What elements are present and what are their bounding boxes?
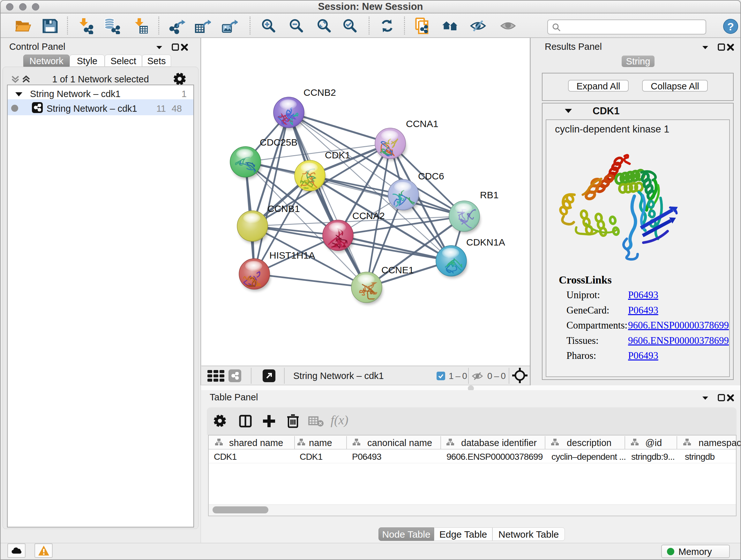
- svg-text:CCNA1: CCNA1: [406, 118, 439, 129]
- svg-text:CCNB1: CCNB1: [267, 203, 300, 214]
- svg-text:CCNB2: CCNB2: [304, 87, 336, 98]
- svg-text:CCNE1: CCNE1: [381, 265, 414, 275]
- svg-text:CDC6: CDC6: [418, 171, 444, 181]
- svg-text:RB1: RB1: [480, 190, 498, 200]
- svg-text:CDKN1A: CDKN1A: [466, 237, 505, 247]
- svg-text:CDK1: CDK1: [325, 150, 350, 160]
- svg-text:HIST1H1A: HIST1H1A: [269, 250, 315, 260]
- svg-text:CCNA2: CCNA2: [352, 210, 385, 221]
- svg-text:CDC25B: CDC25B: [260, 137, 297, 147]
